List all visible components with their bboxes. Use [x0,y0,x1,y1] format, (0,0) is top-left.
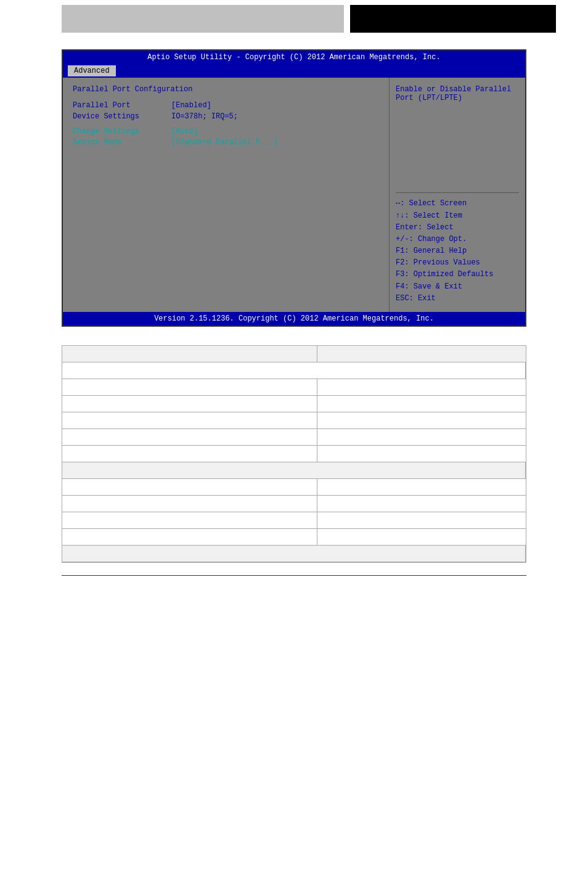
key-help-f2: F2: Previous Values [396,257,519,269]
key-help-f3: F3: Optimized Defaults [396,269,519,280]
key-help-select-screen: ↔: Select Screen [396,198,519,210]
info-table [62,346,526,562]
table-row-7 [62,496,526,512]
bios-title: Aptio Setup Utility - Copyright (C) 2012… [147,53,440,62]
value-device-mode: [Standard Parallel P...] [171,138,278,147]
table-row-3-col2 [317,412,525,429]
table-row-3 [62,412,526,429]
table-row-8 [62,512,526,529]
table-row-2-col2 [317,396,525,412]
table-row-5 [62,446,526,462]
key-help-f1: F1: General Help [396,245,519,257]
table-row-6-col2 [317,479,525,496]
table-row-8-col1 [62,512,317,529]
table-header-col2 [317,346,525,362]
bios-title-bar: Aptio Setup Utility - Copyright (C) 2012… [63,51,525,64]
table-row-4-col2 [317,429,525,446]
key-help-change-opt: +/-: Change Opt. [396,234,519,245]
table-row-1-col2 [317,379,525,396]
table-header-col1 [62,346,317,362]
key-help-enter: Enter: Select [396,222,519,234]
label-parallel-port: Parallel Port [73,101,171,110]
table-footer [62,546,526,562]
table-row-divider2 [62,462,526,479]
bios-tab-advanced[interactable]: Advanced [68,65,116,76]
table-row-9-col2 [317,529,525,546]
config-row-device-mode: Device Mode [Standard Parallel P...] [73,138,379,147]
config-row-change-settings: Change Settings [Auto] [73,127,379,136]
bios-footer-text: Version 2.15.1236. Copyright (C) 2012 Am… [154,314,434,323]
page-wrapper: Aptio Setup Utility - Copyright (C) 2012… [0,0,588,884]
header-right-bar [350,5,556,33]
bottom-area [62,575,526,591]
key-help-select-item: ↑↓: Select Item [396,210,519,222]
table-divider1 [62,362,526,379]
table-section [62,345,526,563]
config-row-device-settings: Device Settings IO=378h; IRQ=5; [73,112,379,121]
table-row-7-col2 [317,496,525,512]
bios-left-panel: Parallel Port Configuration Parallel Por… [63,78,390,312]
section-title: Parallel Port Configuration [73,85,379,94]
table-row-2-col1 [62,396,317,412]
bios-main: Parallel Port Configuration Parallel Por… [63,78,525,312]
table-row-5-col1 [62,446,317,462]
key-help-esc: ESC: Exit [396,293,519,305]
label-change-settings: Change Settings [73,127,171,136]
table-row-6-col1 [62,479,317,496]
bios-tab-bar: Advanced [63,64,525,78]
table-row-3-col1 [62,412,317,429]
bios-footer: Version 2.15.1236. Copyright (C) 2012 Am… [63,312,525,325]
table-row-9 [62,529,526,546]
value-device-settings: IO=378h; IRQ=5; [171,112,238,121]
table-row-4-col1 [62,429,317,446]
bios-container: Aptio Setup Utility - Copyright (C) 2012… [62,49,526,327]
header-left-bar [62,5,344,33]
table-row-header [62,346,526,362]
value-parallel-port: [Enabled] [171,101,211,110]
label-device-mode: Device Mode [73,138,171,147]
table-divider2 [62,462,526,479]
label-device-settings: Device Settings [73,112,171,121]
bios-right-panel: Enable or Disable Parallel Port (LPT/LPT… [390,78,525,312]
table-row-6 [62,479,526,496]
table-row-7-col1 [62,496,317,512]
table-row-8-col2 [317,512,525,529]
table-row-1 [62,379,526,396]
table-row-divider1 [62,362,526,379]
key-help: ↔: Select Screen ↑↓: Select Item Enter: … [396,198,519,305]
table-row-5-col2 [317,446,525,462]
separator [396,192,519,193]
value-change-settings: [Auto] [171,127,198,136]
table-row-1-col1 [62,379,317,396]
config-row-parallel-port: Parallel Port [Enabled] [73,101,379,110]
table-row-2 [62,396,526,412]
table-row-9-col1 [62,529,317,546]
table-row-4 [62,429,526,446]
help-text: Enable or Disable Parallel Port (LPT/LPT… [396,85,519,181]
table-row-footer [62,546,526,562]
top-header [0,0,588,37]
key-help-f4: F4: Save & Exit [396,281,519,293]
